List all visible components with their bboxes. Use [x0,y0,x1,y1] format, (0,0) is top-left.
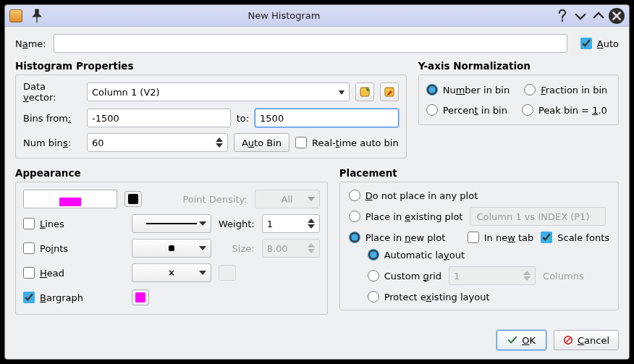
placement-title: Placement [339,167,619,179]
minimize-button[interactable] [572,8,588,24]
dialog-window: New Histogram Name: Auto Histog [4,4,630,360]
radio-percent-in-bin[interactable]: Percent in bin [426,104,507,116]
head-color-button [219,265,236,281]
radio-protect-layout[interactable]: Protect existing layout [368,291,490,302]
lines-checkbox[interactable]: Lines [23,218,124,229]
dialog-button-row: OK Cancel [5,323,629,359]
mid-groups: Appearance Point Density: All [15,167,619,321]
num-bins-label: Num bins: [23,137,81,148]
realtime-autobin-input[interactable] [295,137,307,148]
radio-place-new[interactable]: Place in new plot [349,232,446,243]
num-bins-spinbox[interactable] [87,133,228,152]
radio-number-in-bin[interactable]: Number in bin [426,84,510,96]
chevron-down-icon [199,264,206,282]
titlebar: New Histogram [5,5,629,27]
maximize-button[interactable] [591,8,606,24]
weight-spinbox[interactable] [262,214,320,233]
size-spinbox [262,239,320,258]
data-vector-select[interactable]: Column 1 (V2) [87,82,350,101]
help-button[interactable] [554,8,570,24]
columns-label: Columns [543,271,584,282]
bins-from-input[interactable] [87,109,231,127]
ok-button[interactable]: OK [496,330,546,350]
appearance-group: Appearance Point Density: All [15,167,328,315]
auto-name-checkbox-input[interactable] [580,38,592,49]
preview-swatch-color [59,198,81,206]
radio-custom-grid[interactable]: Custom grid [368,270,441,282]
dialog-content: Name: Auto Histogram Properties Data vec… [5,27,629,323]
bins-from-label: Bins from: [23,113,81,124]
cancel-button[interactable]: Cancel [554,330,619,350]
chevron-down-icon [308,190,315,208]
data-vector-label: Data vector: [23,81,81,103]
radio-peak-bin[interactable]: Peak bin = 1.0 [522,104,607,116]
points-checkbox[interactable]: Points [23,242,124,254]
chevron-down-icon [199,240,206,257]
name-label: Name: [15,38,46,49]
point-density-label: Point Density: [182,194,247,205]
auto-name-checkbox[interactable]: Auto [580,38,619,49]
head-style-combo[interactable]: × [132,263,211,282]
radio-do-not-place[interactable]: Do not place in any plot [349,190,478,201]
preview-swatch[interactable] [23,190,117,208]
bins-to-input[interactable] [255,109,399,127]
edit-vector-button[interactable] [380,82,399,101]
line-sample-icon [146,223,197,224]
name-row: Name: Auto [15,34,619,53]
weight-label: Weight: [219,219,255,229]
existing-plot-select: Column 1 vs INDEX (P1) [470,207,606,226]
head-checkbox[interactable]: Head [23,267,124,279]
new-vector-button[interactable] [355,82,374,101]
radio-automatic-layout[interactable]: Automatic layout [368,249,465,261]
chevron-down-icon [199,215,206,232]
histogram-properties-group: Histogram Properties Data vector: Column… [15,60,407,158]
custom-grid-spinbox [449,266,536,285]
top-groups: Histogram Properties Data vector: Column… [15,60,619,164]
size-label: Size: [232,243,255,254]
realtime-autobin-checkbox[interactable]: Real-time auto bin [295,137,399,148]
head-sample-icon: × [168,268,174,279]
window-title: New Histogram [16,10,552,21]
point-sample-icon [169,245,174,251]
auto-bin-button[interactable]: Auto Bin [234,133,289,152]
check-icon [507,335,517,345]
scale-fonts-checkbox[interactable]: Scale fonts [541,232,609,243]
placement-group: Placement Do not place in any plot Place… [339,167,619,315]
histogram-properties-title: Histogram Properties [15,60,407,72]
cancel-icon [563,335,573,345]
point-density-combo: All [255,190,320,208]
radio-fraction-in-bin[interactable]: Fraction in bin [524,84,607,96]
stroke-color-button[interactable] [124,191,142,207]
name-input[interactable] [54,34,567,53]
radio-place-existing[interactable]: Place in existing plot [349,211,463,222]
bins-to-label: to: [237,113,249,124]
close-button[interactable] [609,8,625,24]
point-style-combo[interactable] [132,239,211,258]
bargraph-checkbox[interactable]: Bargraph [23,292,124,303]
line-style-combo[interactable] [132,214,211,233]
yaxis-normalization-group: Y-axis Normalization Number in bin Fract… [418,60,619,158]
appearance-title: Appearance [15,167,328,179]
bargraph-color-button[interactable] [132,289,149,305]
yaxis-title: Y-axis Normalization [418,60,619,72]
in-new-tab-checkbox[interactable]: In new tab [468,232,534,243]
